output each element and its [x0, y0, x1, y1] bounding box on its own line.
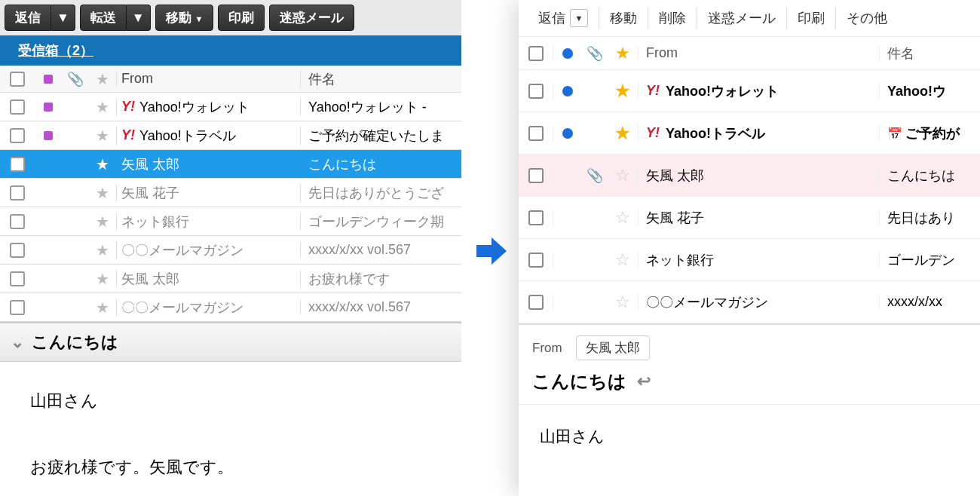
- star-icon[interactable]: ★: [89, 127, 116, 145]
- attachment-column-icon: [62, 71, 89, 87]
- from-column-header[interactable]: From: [116, 71, 300, 87]
- row-from: ネット銀行: [116, 213, 300, 231]
- preview-pane: From 矢風 太郎 こんにちは ↩ 山田さん: [519, 323, 980, 468]
- mail-row[interactable]: ★Y!Yahoo!ウォレットYahoo!ウ: [519, 70, 980, 112]
- mail-row[interactable]: ★〇〇メールマガジンxxxx/x/xx vol.567: [0, 236, 461, 265]
- star-icon[interactable]: ★: [89, 241, 116, 259]
- folder-bar[interactable]: 受信箱（2）: [0, 35, 461, 66]
- other-button[interactable]: その他: [836, 8, 898, 29]
- chevron-down-icon[interactable]: ⌄: [11, 332, 24, 352]
- subject-column-header[interactable]: 件名: [879, 44, 980, 63]
- delete-button[interactable]: 削除: [648, 8, 697, 29]
- from-column-header[interactable]: From: [638, 45, 879, 61]
- star-icon[interactable]: ☆: [608, 250, 638, 270]
- mail-row[interactable]: ☆ネット銀行ゴールデン: [519, 239, 980, 281]
- unread-column-icon: [35, 75, 62, 84]
- row-checkbox[interactable]: [10, 100, 25, 115]
- yahoo-logo-icon: Y!: [121, 127, 135, 143]
- mail-row[interactable]: ★矢風 花子先日はありがとうござ: [0, 179, 461, 207]
- row-subject: xxxx/x/xx: [879, 294, 980, 310]
- star-icon[interactable]: ☆: [608, 292, 638, 312]
- mail-row[interactable]: ☆矢風 花子先日はあり: [519, 197, 980, 239]
- list-header: ★ From 件名: [519, 37, 980, 70]
- mail-row[interactable]: ★Y!Yahoo!トラベルご予約が確定いたしま: [0, 121, 461, 150]
- star-icon[interactable]: ★: [89, 184, 116, 202]
- toolbar: 返信▼ 移動 削除 迷惑メール 印刷 その他: [519, 0, 980, 37]
- reply-icon[interactable]: ↩: [637, 372, 651, 391]
- star-icon[interactable]: ★: [89, 299, 116, 317]
- unread-indicator: [553, 128, 582, 139]
- preview-pane: ⌄ こんにちは 山田さん お疲れ様です。矢風です。: [0, 322, 461, 496]
- forward-dropdown-icon[interactable]: ▼: [127, 5, 151, 31]
- star-icon[interactable]: ★: [89, 213, 116, 231]
- star-icon[interactable]: ★: [89, 155, 116, 173]
- from-label: From: [532, 341, 562, 356]
- star-icon[interactable]: ★: [89, 270, 116, 288]
- row-subject: 先日はあり: [879, 209, 980, 227]
- move-button[interactable]: 移動: [599, 8, 648, 29]
- old-mail-panel: 返信 ▼ 転送 ▼ 移動 ▼ 印刷 迷惑メール 受信箱（2） ★ From 件名…: [0, 0, 461, 496]
- from-chip[interactable]: 矢風 太郎: [576, 335, 651, 360]
- row-checkbox[interactable]: [10, 271, 25, 286]
- mail-row[interactable]: ☆矢風 太郎こんにちは: [519, 155, 980, 197]
- row-checkbox[interactable]: [528, 253, 544, 268]
- row-checkbox[interactable]: [528, 168, 544, 183]
- row-subject: Yahoo!ウォレット -: [300, 98, 461, 116]
- row-subject: ご予約が: [879, 124, 980, 142]
- row-checkbox[interactable]: [10, 300, 25, 315]
- mail-row[interactable]: ★Y!Yahoo!トラベルご予約が: [519, 112, 980, 155]
- mail-row[interactable]: ★ネット銀行ゴールデンウィーク期: [0, 207, 461, 236]
- row-subject: こんにちは: [300, 155, 461, 173]
- body-line: 山田さん: [540, 426, 959, 447]
- mail-row[interactable]: ★Y!Yahoo!ウォレットYahoo!ウォレット -: [0, 93, 461, 121]
- folder-unread-count: （2）: [59, 43, 93, 58]
- spam-button[interactable]: 迷惑メール: [269, 5, 354, 31]
- calendar-icon: [887, 126, 905, 141]
- row-checkbox[interactable]: [10, 185, 25, 201]
- reply-button[interactable]: 返信: [5, 5, 51, 31]
- row-checkbox[interactable]: [10, 157, 25, 172]
- attachment-icon: [582, 167, 608, 184]
- reply-dropdown-icon[interactable]: ▼: [51, 5, 75, 31]
- print-button[interactable]: 印刷: [218, 5, 265, 31]
- preview-subject: こんにちは: [32, 331, 118, 354]
- row-checkbox[interactable]: [10, 243, 25, 258]
- row-from: 〇〇メールマガジン: [116, 299, 300, 317]
- spam-button[interactable]: 迷惑メール: [697, 8, 787, 29]
- row-checkbox[interactable]: [528, 210, 544, 225]
- row-checkbox[interactable]: [528, 126, 544, 141]
- star-icon[interactable]: ★: [89, 98, 116, 116]
- row-subject: xxxx/x/xx vol.567: [300, 242, 461, 258]
- select-all-checkbox[interactable]: [10, 72, 25, 87]
- mail-row[interactable]: ★矢風 太郎お疲れ様です: [0, 265, 461, 293]
- preview-header: ⌄ こんにちは: [0, 323, 461, 362]
- row-from: 矢風 花子: [638, 209, 879, 227]
- body-line: 山田さん: [30, 384, 431, 418]
- select-all-checkbox[interactable]: [528, 46, 544, 61]
- reply-button[interactable]: 返信▼: [528, 8, 599, 29]
- preview-subject: こんにちは: [532, 369, 626, 393]
- star-icon[interactable]: ★: [608, 124, 638, 143]
- subject-column-header[interactable]: 件名: [300, 70, 461, 88]
- row-subject: お疲れ様です: [300, 270, 461, 288]
- row-from: ネット銀行: [638, 251, 879, 269]
- row-checkbox[interactable]: [10, 214, 25, 229]
- unread-indicator: [35, 103, 62, 112]
- star-icon[interactable]: ★: [608, 81, 638, 101]
- star-icon[interactable]: ☆: [608, 166, 638, 185]
- mail-row[interactable]: ★〇〇メールマガジンxxxx/x/xx vol.567: [0, 293, 461, 322]
- new-mail-panel: 返信▼ 移動 削除 迷惑メール 印刷 その他 ★ From 件名 ★Y!Yaho…: [519, 0, 980, 496]
- move-button[interactable]: 移動 ▼: [155, 5, 214, 31]
- row-checkbox[interactable]: [10, 128, 25, 143]
- row-checkbox[interactable]: [528, 84, 544, 99]
- row-from: 矢風 太郎: [116, 155, 300, 173]
- chevron-down-icon[interactable]: ▼: [570, 9, 588, 27]
- mail-row[interactable]: ☆〇〇メールマガジンxxxx/x/xx: [519, 281, 980, 323]
- print-button[interactable]: 印刷: [787, 8, 836, 29]
- row-checkbox[interactable]: [528, 295, 544, 310]
- row-subject: こんにちは: [879, 167, 980, 185]
- star-icon[interactable]: ☆: [608, 208, 638, 228]
- mail-row[interactable]: ★矢風 太郎こんにちは: [0, 150, 461, 179]
- preview-from-row: From 矢風 太郎: [519, 325, 980, 365]
- forward-button[interactable]: 転送: [80, 5, 127, 31]
